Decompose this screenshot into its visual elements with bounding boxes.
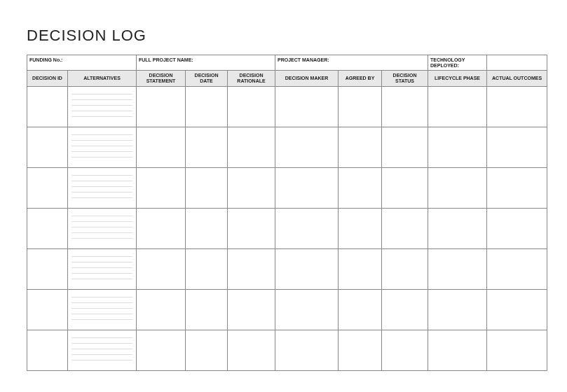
- cell-agreed_by[interactable]: [339, 127, 382, 167]
- alternative-line: [71, 234, 132, 239]
- table-row: [27, 86, 547, 127]
- alternative-line: [71, 270, 132, 274]
- alternatives-lines: [70, 170, 134, 198]
- cell-decision_status[interactable]: [382, 248, 428, 289]
- cell-decision_id[interactable]: [27, 127, 68, 167]
- alternative-line: [71, 356, 132, 360]
- alternative-line: [71, 229, 132, 233]
- cell-agreed_by[interactable]: [339, 167, 382, 208]
- cell-decision_statement[interactable]: [137, 86, 186, 127]
- cell-decision_status[interactable]: [382, 330, 428, 370]
- col-agreed-by: AGREED BY: [339, 71, 382, 86]
- cell-lifecycle_phase[interactable]: [428, 330, 487, 370]
- cell-lifecycle_phase[interactable]: [428, 248, 487, 289]
- alternative-line: [71, 188, 132, 192]
- table-row: [27, 330, 547, 370]
- cell-decision_rationale[interactable]: [228, 208, 275, 248]
- alternative-line: [71, 253, 132, 257]
- cell-decision_maker[interactable]: [275, 167, 339, 208]
- cell-decision_date[interactable]: [186, 208, 228, 248]
- cell-decision_rationale[interactable]: [228, 167, 275, 208]
- alternative-line: [71, 148, 132, 152]
- cell-decision_maker[interactable]: [275, 289, 339, 330]
- cell-decision_rationale[interactable]: [228, 248, 275, 289]
- cell-alternatives[interactable]: [68, 86, 137, 127]
- cell-lifecycle_phase[interactable]: [428, 167, 487, 208]
- cell-decision_id[interactable]: [27, 330, 68, 370]
- cell-agreed_by[interactable]: [339, 330, 382, 370]
- cell-agreed_by[interactable]: [339, 248, 382, 289]
- cell-decision_rationale[interactable]: [228, 330, 275, 370]
- cell-decision_status[interactable]: [382, 127, 428, 167]
- cell-actual_outcomes[interactable]: [487, 167, 547, 208]
- alternative-line: [71, 218, 132, 222]
- alternative-line: [71, 96, 132, 100]
- cell-actual_outcomes[interactable]: [487, 248, 547, 289]
- cell-decision_status[interactable]: [382, 208, 428, 248]
- col-decision-rationale: DECISION RATIONALE: [228, 71, 275, 86]
- cell-decision_date[interactable]: [186, 330, 228, 370]
- cell-decision_date[interactable]: [186, 86, 228, 127]
- alternative-line: [71, 334, 132, 338]
- table-row: [27, 208, 547, 248]
- cell-alternatives[interactable]: [68, 208, 137, 248]
- alternatives-lines: [70, 292, 134, 320]
- cell-alternatives[interactable]: [68, 248, 137, 289]
- cell-decision_status[interactable]: [382, 167, 428, 208]
- cell-actual_outcomes[interactable]: [487, 86, 547, 127]
- cell-actual_outcomes[interactable]: [487, 289, 547, 330]
- cell-decision_id[interactable]: [27, 208, 68, 248]
- alternatives-lines: [70, 89, 134, 117]
- cell-decision_id[interactable]: [27, 167, 68, 208]
- cell-actual_outcomes[interactable]: [487, 127, 547, 167]
- alternative-line: [71, 316, 132, 320]
- cell-actual_outcomes[interactable]: [487, 330, 547, 370]
- cell-decision_maker[interactable]: [275, 127, 339, 167]
- cell-decision_maker[interactable]: [275, 86, 339, 127]
- column-header-row: DECISION ID ALTERNATIVES DECISION STATEM…: [27, 71, 547, 86]
- cell-decision_date[interactable]: [186, 167, 228, 208]
- cell-decision_date[interactable]: [186, 248, 228, 289]
- alternative-line: [71, 299, 132, 303]
- cell-decision_date[interactable]: [186, 289, 228, 330]
- cell-decision_id[interactable]: [27, 289, 68, 330]
- col-decision-date: DECISION DATE: [186, 71, 228, 86]
- cell-decision_statement[interactable]: [137, 208, 186, 248]
- cell-lifecycle_phase[interactable]: [428, 127, 487, 167]
- cell-decision_statement[interactable]: [137, 330, 186, 370]
- cell-decision_rationale[interactable]: [228, 86, 275, 127]
- cell-decision_id[interactable]: [27, 86, 68, 127]
- alternative-line: [71, 107, 132, 111]
- cell-alternatives[interactable]: [68, 289, 137, 330]
- cell-agreed_by[interactable]: [339, 86, 382, 127]
- cell-agreed_by[interactable]: [339, 289, 382, 330]
- alternative-line: [71, 212, 132, 216]
- cell-decision_maker[interactable]: [275, 248, 339, 289]
- cell-alternatives[interactable]: [68, 330, 137, 370]
- cell-decision_status[interactable]: [382, 86, 428, 127]
- cell-decision_date[interactable]: [186, 127, 228, 167]
- cell-decision_statement[interactable]: [137, 127, 186, 167]
- cell-decision_rationale[interactable]: [228, 127, 275, 167]
- cell-alternatives[interactable]: [68, 167, 137, 208]
- alternative-line: [71, 90, 132, 94]
- cell-actual_outcomes[interactable]: [487, 208, 547, 248]
- cell-decision_maker[interactable]: [275, 208, 339, 248]
- cell-decision_statement[interactable]: [137, 248, 186, 289]
- cell-lifecycle_phase[interactable]: [428, 289, 487, 330]
- cell-decision_maker[interactable]: [275, 330, 339, 370]
- project-manager-label: PROJECT MANAGER:: [275, 55, 428, 71]
- table-row: [27, 167, 547, 208]
- alternative-line: [71, 131, 132, 135]
- cell-decision_statement[interactable]: [137, 289, 186, 330]
- cell-lifecycle_phase[interactable]: [428, 208, 487, 248]
- cell-agreed_by[interactable]: [339, 208, 382, 248]
- alternatives-lines: [70, 130, 134, 158]
- cell-decision_id[interactable]: [27, 248, 68, 289]
- cell-alternatives[interactable]: [68, 127, 137, 167]
- cell-lifecycle_phase[interactable]: [428, 86, 487, 127]
- alternative-line: [71, 310, 132, 314]
- cell-decision_statement[interactable]: [137, 167, 186, 208]
- cell-decision_rationale[interactable]: [228, 289, 275, 330]
- cell-decision_status[interactable]: [382, 289, 428, 330]
